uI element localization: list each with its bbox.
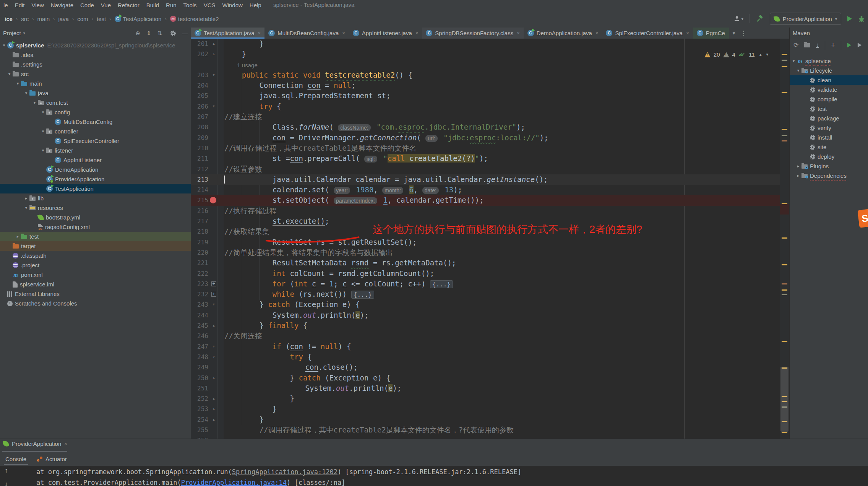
code-line-256[interactable]: 256 [191, 435, 780, 439]
code-line-214[interactable]: 214calendar.set( year: 1980, month: 6, d… [191, 185, 780, 195]
breadcrumb-item[interactable]: CTestApplication [115, 16, 162, 22]
console-link[interactable]: SpringApplication.java:1202 [232, 468, 337, 476]
maven-item-Lifecycle[interactable]: ▾Lifecycle [790, 66, 868, 75]
tree-item-target[interactable]: target [0, 241, 191, 251]
code-line-223[interactable]: 223+for (int c = 1; c <= colCount; c++) … [191, 279, 780, 289]
chevron-down-icon[interactable]: ▾ [6, 72, 13, 76]
fold-marker-icon[interactable]: ▵ [211, 393, 217, 404]
settings-gear-icon[interactable] [170, 31, 176, 36]
project-panel-title[interactable]: Project [3, 30, 21, 36]
code-line-222[interactable]: 222int colCount = rsmd.getColumnCount(); [191, 268, 780, 279]
error-stripe-mark[interactable] [782, 283, 787, 284]
error-stripe-mark[interactable] [782, 60, 787, 61]
maven-item-splservice[interactable]: ▾msplservice [790, 56, 868, 66]
maven-item-verify[interactable]: verify [790, 123, 868, 133]
tree-item-controller[interactable]: ▾controller [0, 127, 191, 136]
fold-marker-icon[interactable]: ▿ [211, 341, 217, 352]
code-line-213[interactable]: 213java.util.Calendar calendar = java.ut… [191, 174, 780, 185]
download-sources-icon[interactable]: ↓ [816, 42, 819, 48]
code-line-245[interactable]: 245▵} finally { [191, 320, 780, 331]
tab-actuator[interactable]: Actuator [32, 452, 72, 466]
tree-item-.settings[interactable]: .settings [0, 60, 191, 69]
code-line-221[interactable]: 221ResultSetMetaData rsmd = rs.getMetaDa… [191, 258, 780, 268]
code-line-210[interactable]: 210//调用存储过程，其中createTable1是脚本文件的文件名 [191, 143, 780, 153]
maven-item-validate[interactable]: validate [790, 85, 868, 94]
fold-marker-icon[interactable]: ▿ [211, 352, 217, 362]
tree-item-resources[interactable]: ▾resources [0, 203, 191, 213]
editor-tab-DemoApplication.java[interactable]: CDemoApplication.java× [524, 28, 602, 39]
menu-item-code[interactable]: Code [77, 2, 97, 8]
chevron-down-icon[interactable]: ▾ [23, 31, 25, 35]
run-maven-goal-icon[interactable] [847, 43, 851, 47]
code-line-249[interactable]: 249con.close(); [191, 362, 780, 372]
error-stripe-mark[interactable] [782, 294, 787, 295]
maven-item-install[interactable]: install [790, 133, 868, 142]
fold-marker-icon[interactable]: ▵ [211, 404, 217, 414]
menu-item-tools[interactable]: Tools [180, 2, 200, 8]
tree-item-splservice.iml[interactable]: splservice.iml [0, 280, 191, 289]
generate-sources-icon[interactable] [804, 43, 810, 47]
tree-item-DemoApplication[interactable]: CDemoApplication [0, 165, 191, 174]
tree-item-raqsoftConfig.xml[interactable]: raqsoftConfig.xml [0, 222, 191, 232]
tree-item-.classpath[interactable]: .classpath [0, 251, 191, 260]
tree-item-TestApplication[interactable]: CTestApplication [0, 184, 191, 193]
run-configuration-select[interactable]: ProviderApplication ▾ [770, 13, 841, 25]
code-line-216[interactable]: 216//执行存储过程 [191, 206, 780, 216]
fold-marker-icon[interactable]: ▵ [211, 373, 217, 383]
code-line-203[interactable]: 203▿public static void testcreatetable2(… [191, 70, 780, 80]
tree-item-bootstrap.yml[interactable]: bootstrap.yml [0, 213, 191, 222]
code-line-247[interactable]: 247▿if (con != null) { [191, 341, 780, 352]
fold-marker-icon[interactable]: ▵ [211, 49, 217, 59]
code-line-250[interactable]: 250▵} catch (Exception e) { [191, 373, 780, 383]
menu-item-view[interactable]: View [28, 2, 47, 8]
maven-item-Plugins[interactable]: ▸Plugins [790, 161, 868, 171]
close-icon[interactable]: × [686, 30, 689, 36]
chevron-down-icon[interactable]: ▾ [23, 205, 29, 210]
tab-options-kebab-icon[interactable]: ⋮ [740, 29, 746, 37]
chevron-down-icon[interactable]: ▾ [40, 110, 46, 115]
tree-item-listener[interactable]: ▾listener [0, 146, 191, 155]
tree-item-.idea[interactable]: .idea [0, 50, 191, 60]
tab-list-chevron-icon[interactable]: ▾ [733, 30, 735, 36]
scroll-up-icon[interactable]: ↑ [5, 466, 8, 475]
breadcrumb-item[interactable]: src [21, 16, 29, 22]
code-line-205[interactable]: 205java.sql.PreparedStatement st; [191, 91, 780, 101]
tree-item-ProviderApplication[interactable]: CProviderApplication [0, 174, 191, 184]
chevron-right-icon[interactable]: ▸ [795, 173, 801, 178]
chevron-down-icon[interactable]: ▾ [31, 100, 38, 105]
chevron-down-icon[interactable]: ▾ [790, 59, 797, 63]
vcs-users-icon[interactable]: ▾ [733, 16, 743, 22]
error-stripe-mark[interactable] [782, 135, 787, 136]
scroll-down-icon[interactable]: ↓ [5, 480, 8, 486]
error-stripe-mark[interactable] [782, 203, 787, 204]
editor-tab-AppInitListener.java[interactable]: CAppInitListener.java× [349, 28, 422, 39]
code-line-246[interactable]: 246//关闭连接 [191, 331, 780, 341]
maven-item-package[interactable]: package [790, 114, 868, 123]
code-line-232[interactable]: 232+while (rs.next()) {...} [191, 289, 780, 299]
tree-item-java[interactable]: ▾java [0, 88, 191, 98]
inspections-widget[interactable]: 20 4 ✔✔ 11 ▴ ▾ [704, 51, 768, 58]
tree-item-splservice[interactable]: ▾CsplserviceE:\20230703\20230620\spl_spr… [0, 41, 191, 50]
tab-console[interactable]: Console [0, 452, 32, 466]
breadcrumb-item[interactable]: test [97, 16, 106, 22]
fold-marker-icon[interactable]: ▿ [211, 70, 217, 80]
console-output[interactable]: ↑ ↓ at org.springframework.boot.SpringAp… [0, 466, 868, 486]
chevron-down-icon[interactable]: ▾ [795, 68, 801, 73]
fold-marker-icon[interactable]: ▿ [211, 101, 217, 112]
fold-marker-icon[interactable]: + [211, 289, 217, 299]
fold-marker-icon[interactable]: ▵ [211, 320, 217, 331]
tree-item-External Libraries[interactable]: External Libraries [0, 289, 191, 299]
code-line-244[interactable]: 244System.out.println(e); [191, 310, 780, 320]
code-line-252[interactable]: 252▵} [191, 393, 780, 404]
code-line-220[interactable]: 220//简单处理结果集，将结果集中的字段名与数据输出 [191, 247, 780, 258]
collapse-all-icon[interactable]: ⇅ [157, 30, 162, 37]
menu-item-refactor[interactable]: Refactor [114, 2, 143, 8]
menu-item-build[interactable]: Build [143, 2, 162, 8]
error-stripe-mark[interactable] [782, 237, 787, 239]
code-line-251[interactable]: 251System.out.println(e); [191, 383, 780, 393]
maven-item-test[interactable]: test [790, 104, 868, 114]
maven-item-site[interactable]: site [790, 142, 868, 152]
console-link[interactable]: ProviderApplication.java:14 [181, 479, 287, 486]
editor-tab-SplExecuterController.java[interactable]: CSplExecuterController.java× [602, 28, 693, 39]
maven-item-deploy[interactable]: deploy [790, 152, 868, 161]
